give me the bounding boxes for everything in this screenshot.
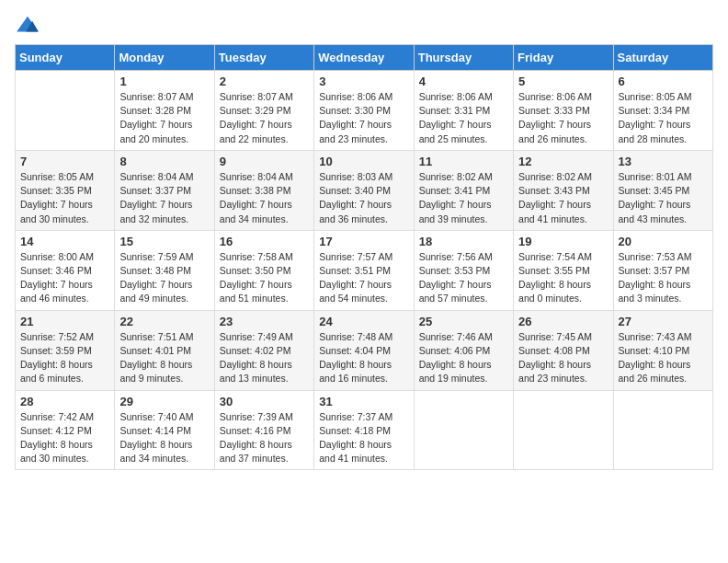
day-info: Sunrise: 8:02 AM Sunset: 3:41 PM Dayligh… [419,170,508,226]
calendar-cell: 17Sunrise: 7:57 AM Sunset: 3:51 PM Dayli… [314,230,414,310]
calendar-cell: 2Sunrise: 8:07 AM Sunset: 3:29 PM Daylig… [214,71,313,151]
calendar-cell: 11Sunrise: 8:02 AM Sunset: 3:41 PM Dayli… [414,150,513,230]
calendar-cell: 18Sunrise: 7:56 AM Sunset: 3:53 PM Dayli… [414,230,513,310]
calendar-week-3: 14Sunrise: 8:00 AM Sunset: 3:46 PM Dayli… [16,230,713,310]
day-info: Sunrise: 7:58 AM Sunset: 3:50 PM Dayligh… [220,250,309,306]
day-number: 4 [419,75,508,88]
calendar-cell: 24Sunrise: 7:48 AM Sunset: 4:04 PM Dayli… [314,310,414,390]
day-info: Sunrise: 7:59 AM Sunset: 3:48 PM Dayligh… [119,250,209,306]
calendar-cell: 10Sunrise: 8:03 AM Sunset: 3:40 PM Dayli… [314,150,414,230]
calendar-cell: 30Sunrise: 7:39 AM Sunset: 4:16 PM Dayli… [214,390,313,470]
calendar-cell: 12Sunrise: 8:02 AM Sunset: 3:43 PM Dayli… [514,150,613,230]
calendar-cell: 19Sunrise: 7:54 AM Sunset: 3:55 PM Dayli… [514,230,613,310]
calendar-cell: 20Sunrise: 7:53 AM Sunset: 3:57 PM Dayli… [613,230,712,310]
calendar-cell: 31Sunrise: 7:37 AM Sunset: 4:18 PM Dayli… [314,390,414,470]
day-info: Sunrise: 8:07 AM Sunset: 3:29 PM Dayligh… [220,90,309,146]
weekday-header-wednesday: Wednesday [314,45,414,71]
day-info: Sunrise: 7:57 AM Sunset: 3:51 PM Dayligh… [319,250,408,306]
calendar-week-4: 21Sunrise: 7:52 AM Sunset: 3:59 PM Dayli… [16,310,713,390]
day-number: 21 [20,315,109,328]
calendar-cell: 13Sunrise: 8:01 AM Sunset: 3:45 PM Dayli… [613,150,712,230]
day-info: Sunrise: 7:52 AM Sunset: 3:59 PM Dayligh… [20,330,109,386]
day-info: Sunrise: 7:48 AM Sunset: 4:04 PM Dayligh… [319,330,408,386]
day-number: 3 [319,75,408,88]
day-info: Sunrise: 8:00 AM Sunset: 3:46 PM Dayligh… [20,250,109,306]
day-number: 27 [619,315,708,328]
day-number: 1 [119,75,209,88]
calendar-cell: 27Sunrise: 7:43 AM Sunset: 4:10 PM Dayli… [613,310,712,390]
day-number: 10 [319,155,408,168]
day-info: Sunrise: 7:56 AM Sunset: 3:53 PM Dayligh… [419,250,508,306]
day-info: Sunrise: 7:54 AM Sunset: 3:55 PM Dayligh… [518,250,608,306]
day-info: Sunrise: 8:05 AM Sunset: 3:35 PM Dayligh… [20,170,109,226]
calendar-cell: 23Sunrise: 7:49 AM Sunset: 4:02 PM Dayli… [214,310,313,390]
calendar-week-2: 7Sunrise: 8:05 AM Sunset: 3:35 PM Daylig… [16,150,713,230]
calendar-cell: 16Sunrise: 7:58 AM Sunset: 3:50 PM Dayli… [214,230,313,310]
day-number: 12 [518,155,608,168]
day-number: 25 [419,315,508,328]
weekday-header-sunday: Sunday [16,45,115,71]
calendar-week-1: 1Sunrise: 8:07 AM Sunset: 3:28 PM Daylig… [16,71,713,151]
day-info: Sunrise: 7:42 AM Sunset: 4:12 PM Dayligh… [20,410,109,466]
day-info: Sunrise: 7:37 AM Sunset: 4:18 PM Dayligh… [319,410,408,466]
calendar-cell: 28Sunrise: 7:42 AM Sunset: 4:12 PM Dayli… [16,390,115,470]
day-number: 7 [20,155,109,168]
day-number: 11 [419,155,508,168]
day-number: 18 [419,235,508,248]
page-header [15,15,713,35]
day-info: Sunrise: 7:51 AM Sunset: 4:01 PM Dayligh… [119,330,209,386]
day-info: Sunrise: 7:43 AM Sunset: 4:10 PM Dayligh… [619,330,708,386]
calendar-cell: 3Sunrise: 8:06 AM Sunset: 3:30 PM Daylig… [314,71,414,151]
day-info: Sunrise: 8:04 AM Sunset: 3:37 PM Dayligh… [119,170,209,226]
calendar-cell: 29Sunrise: 7:40 AM Sunset: 4:14 PM Dayli… [115,390,214,470]
calendar-cell: 21Sunrise: 7:52 AM Sunset: 3:59 PM Dayli… [16,310,115,390]
calendar-week-5: 28Sunrise: 7:42 AM Sunset: 4:12 PM Dayli… [16,390,713,470]
day-number: 6 [619,75,708,88]
logo-icon [15,15,40,35]
day-info: Sunrise: 8:05 AM Sunset: 3:34 PM Dayligh… [619,90,708,146]
day-number: 9 [220,155,309,168]
day-info: Sunrise: 8:02 AM Sunset: 3:43 PM Dayligh… [518,170,608,226]
day-number: 24 [319,315,408,328]
day-number: 23 [220,315,309,328]
calendar-cell: 7Sunrise: 8:05 AM Sunset: 3:35 PM Daylig… [16,150,115,230]
calendar-cell: 4Sunrise: 8:06 AM Sunset: 3:31 PM Daylig… [414,71,513,151]
weekday-header-monday: Monday [115,45,214,71]
calendar-cell: 5Sunrise: 8:06 AM Sunset: 3:33 PM Daylig… [514,71,613,151]
day-info: Sunrise: 8:07 AM Sunset: 3:28 PM Dayligh… [119,90,209,146]
day-info: Sunrise: 8:06 AM Sunset: 3:31 PM Dayligh… [419,90,508,146]
calendar-table: SundayMondayTuesdayWednesdayThursdayFrid… [15,44,713,470]
weekday-header-tuesday: Tuesday [214,45,313,71]
day-number: 26 [518,315,608,328]
day-number: 28 [20,395,109,408]
day-number: 29 [119,395,209,408]
day-number: 31 [319,395,408,408]
day-number: 15 [119,235,209,248]
day-info: Sunrise: 7:45 AM Sunset: 4:08 PM Dayligh… [518,330,608,386]
day-number: 22 [119,315,209,328]
day-number: 14 [20,235,109,248]
calendar-cell: 1Sunrise: 8:07 AM Sunset: 3:28 PM Daylig… [115,71,214,151]
day-info: Sunrise: 7:40 AM Sunset: 4:14 PM Dayligh… [119,410,209,466]
weekday-header-thursday: Thursday [414,45,513,71]
day-info: Sunrise: 7:49 AM Sunset: 4:02 PM Dayligh… [220,330,309,386]
day-number: 5 [518,75,608,88]
day-info: Sunrise: 8:04 AM Sunset: 3:38 PM Dayligh… [220,170,309,226]
calendar-cell: 6Sunrise: 8:05 AM Sunset: 3:34 PM Daylig… [613,71,712,151]
day-info: Sunrise: 8:01 AM Sunset: 3:45 PM Dayligh… [619,170,708,226]
day-number: 19 [518,235,608,248]
day-number: 20 [619,235,708,248]
calendar-cell: 25Sunrise: 7:46 AM Sunset: 4:06 PM Dayli… [414,310,513,390]
day-number: 30 [220,395,309,408]
calendar-cell [16,71,115,151]
calendar-cell: 14Sunrise: 8:00 AM Sunset: 3:46 PM Dayli… [16,230,115,310]
day-info: Sunrise: 7:46 AM Sunset: 4:06 PM Dayligh… [419,330,508,386]
day-info: Sunrise: 8:06 AM Sunset: 3:30 PM Dayligh… [319,90,408,146]
day-number: 2 [220,75,309,88]
calendar-cell [414,390,513,470]
weekday-header-friday: Friday [514,45,613,71]
calendar-cell: 8Sunrise: 8:04 AM Sunset: 3:37 PM Daylig… [115,150,214,230]
day-info: Sunrise: 7:39 AM Sunset: 4:16 PM Dayligh… [220,410,309,466]
day-info: Sunrise: 7:53 AM Sunset: 3:57 PM Dayligh… [619,250,708,306]
day-number: 17 [319,235,408,248]
